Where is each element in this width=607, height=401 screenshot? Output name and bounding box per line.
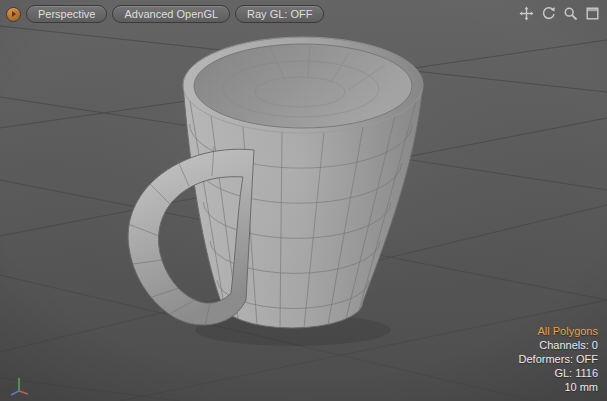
selection-mode-label: All Polygons	[519, 324, 598, 338]
viewport-status-readout: All Polygons Channels: 0 Deformers: OFF …	[519, 324, 598, 394]
viewport-options-icon[interactable]	[6, 7, 21, 22]
viewport-vignette	[0, 0, 607, 401]
deformers-label: Deformers: OFF	[519, 352, 598, 366]
axis-z-icon	[11, 391, 19, 395]
viewport-toolbar: Perspective Advanced OpenGL Ray GL: OFF	[6, 5, 324, 23]
maximize-icon[interactable]	[585, 6, 600, 21]
grid-size-label: 10 mm	[519, 380, 598, 394]
3d-viewport[interactable]: Perspective Advanced OpenGL Ray GL: OFF	[0, 0, 607, 401]
gl-count-label: GL: 1116	[519, 366, 598, 380]
axis-gizmo	[6, 371, 32, 397]
viewport-scene	[0, 0, 607, 401]
orbit-icon[interactable]	[541, 6, 556, 21]
ray-gl-button[interactable]: Ray GL: OFF	[235, 5, 324, 23]
shading-mode-button[interactable]: Advanced OpenGL	[112, 5, 230, 23]
view-type-button[interactable]: Perspective	[26, 5, 107, 23]
channels-label: Channels: 0	[519, 338, 598, 352]
axis-x-icon	[19, 391, 28, 394]
pan-icon[interactable]	[519, 6, 534, 21]
view-control-icons	[519, 6, 600, 21]
zoom-icon[interactable]	[563, 6, 578, 21]
